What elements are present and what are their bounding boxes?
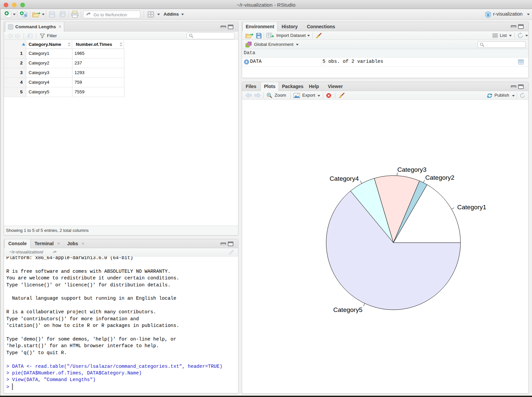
svg-text:Category1: Category1 [457, 204, 486, 211]
svg-text:Category3: Category3 [397, 166, 427, 173]
svg-text:R: R [24, 13, 27, 17]
svg-text:R: R [487, 13, 490, 17]
svg-text:Category4: Category4 [330, 175, 359, 182]
svg-text:Category2: Category2 [425, 174, 455, 181]
svg-text:Category5: Category5 [333, 306, 362, 313]
